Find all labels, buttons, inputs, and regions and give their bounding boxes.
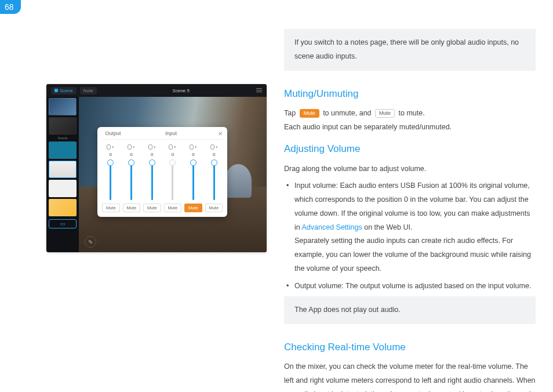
mute-button[interactable]: Mute (123, 204, 141, 212)
thumbnail-caption: Scene (49, 136, 77, 140)
mute-button[interactable]: Mute (184, 204, 202, 212)
thumbnail-selected[interactable] (49, 161, 77, 178)
adjusting-intro: Drag along the volume bar to adjust volu… (284, 162, 536, 176)
chevron-down-icon: ▾ (216, 145, 218, 150)
add-scene-button[interactable]: ▭ (49, 219, 77, 228)
thumbnail[interactable] (49, 180, 77, 197)
chevron-down-icon: ▾ (195, 145, 197, 150)
muting-line1: Tap Mute to unmute, and Mute to mute. (284, 107, 536, 121)
volume-slider[interactable]: ▾0 (143, 144, 161, 200)
heading-muting: Muting/Unmuting (284, 85, 536, 103)
chevron-down-icon: ▾ (133, 145, 135, 150)
chevron-down-icon: ▾ (174, 145, 176, 150)
thumbnail[interactable] (49, 141, 77, 159)
audio-mixer-panel: Output Input ✕ ▾0▾0▾0▾0▾0▾0 MuteMuteMute… (97, 127, 227, 217)
tab-note-label: Note (83, 88, 93, 93)
mic-icon (148, 144, 152, 150)
mic-icon (210, 144, 214, 150)
mute-button[interactable]: Mute (164, 204, 182, 212)
tab-scene[interactable]: Scene (51, 87, 77, 95)
slider-value: 0 (151, 152, 153, 157)
chevron-down-icon: ▾ (112, 145, 114, 150)
muting-line2: Each audio input can be separately muted… (284, 121, 536, 135)
heading-realtime: Checking Real-time Volume (284, 338, 536, 357)
chevron-down-icon: ▾ (154, 145, 156, 150)
mute-button[interactable]: Mute (143, 204, 161, 212)
advanced-settings-link[interactable]: Advanced Settings (302, 223, 362, 231)
page-number-badge: 68 (0, 0, 21, 14)
slider-value: 0 (130, 152, 132, 157)
slider-value: 0 (172, 152, 174, 157)
info-note: The App does not play out audio. (284, 296, 536, 324)
mic-icon (190, 144, 194, 150)
volume-slider[interactable]: ▾0 (102, 144, 119, 200)
thumbnail[interactable] (49, 117, 77, 135)
mixer-output-header: Output (102, 130, 124, 137)
slider-value: 0 (192, 152, 194, 157)
annotate-button[interactable]: ✎ (85, 236, 96, 248)
mic-icon (107, 144, 111, 150)
volume-slider[interactable]: ▾0 (164, 144, 181, 200)
mic-icon (128, 144, 132, 150)
mute-chip-active: Mute (300, 109, 319, 118)
tab-scene-label: Scene (60, 88, 73, 93)
heading-adjusting: Adjusting Volume (284, 140, 536, 158)
mixer-input-header: Input (124, 130, 218, 137)
thumbnail[interactable] (49, 199, 77, 216)
app-topbar: Scene Note Scene 5 (46, 84, 267, 97)
bullet-input-volume: Input volume: Each audio enters USB Fusi… (284, 179, 536, 275)
volume-slider[interactable]: ▾0 (123, 144, 140, 200)
mute-button[interactable]: Mute (205, 204, 223, 212)
scene-thumbnails: Scene ▭ (46, 84, 79, 252)
realtime-body: On the mixer, you can check the volume m… (284, 360, 536, 392)
mic-icon (169, 144, 173, 150)
tab-note[interactable]: Note (80, 87, 97, 95)
volume-slider[interactable]: ▾0 (185, 144, 202, 200)
bullet-output-volume: Output volume: The output volume is adju… (284, 280, 536, 293)
slider-value: 0 (110, 152, 112, 157)
thumbnail[interactable] (49, 98, 77, 115)
slider-value: 0 (213, 152, 215, 157)
mute-chip-inactive: Mute (375, 109, 395, 118)
app-screenshot: Scene Note Scene 5 Scene ▭ (46, 84, 267, 252)
info-note: If you switch to a notes page, there wil… (284, 29, 536, 71)
close-icon[interactable]: ✕ (218, 130, 223, 137)
mute-button[interactable]: Mute (102, 204, 120, 212)
volume-slider[interactable]: ▾0 (205, 144, 223, 200)
menu-icon[interactable] (256, 88, 262, 92)
app-title: Scene 5 (100, 88, 262, 93)
